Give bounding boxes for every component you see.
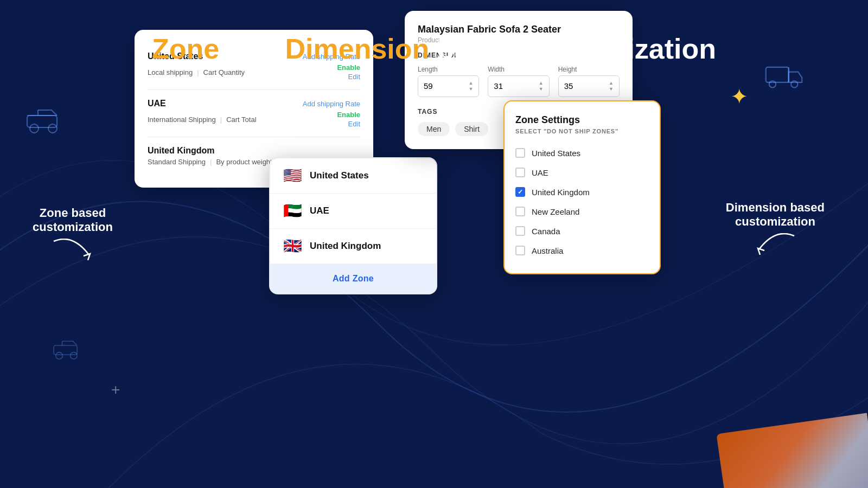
zone-dropdown-card: 🇺🇸 United States 🇦🇪 UAE 🇬🇧 United Kingdo…	[269, 157, 437, 294]
checkbox-box-canada[interactable]	[515, 226, 525, 236]
tag-shirt[interactable]: Shirt	[455, 122, 488, 136]
checkbox-label-nz: New Zeeland	[532, 207, 579, 216]
checkbox-uae[interactable]: UAE	[515, 163, 649, 182]
heading-and: and	[227, 33, 285, 65]
width-field: Width 31 ▲▼	[488, 66, 549, 97]
checkbox-label-us: United States	[532, 149, 580, 158]
zone-condition-uk: By product weight	[216, 158, 272, 166]
checkbox-canada[interactable]: Canada	[515, 221, 649, 241]
zone-method-us: Local shipping	[148, 68, 193, 76]
svg-point-1	[48, 124, 57, 133]
right-arrow-icon	[726, 233, 825, 259]
checkbox-box-nz[interactable]	[515, 207, 525, 216]
length-value: 59	[424, 81, 433, 91]
checkbox-australia[interactable]: Australia	[515, 241, 649, 260]
left-label: Zone based customization	[33, 206, 113, 265]
flag-uae: 🇦🇪	[283, 203, 302, 219]
right-label-line2: customization	[735, 215, 815, 228]
add-rate-uae[interactable]: Add shipping Rate	[303, 100, 360, 108]
length-arrows: ▲▼	[468, 80, 473, 92]
tag-men[interactable]: Men	[418, 122, 450, 136]
heading-zone: Zone	[152, 33, 219, 65]
left-arrow-icon	[33, 239, 113, 265]
edit-uae[interactable]: Edit	[348, 120, 360, 128]
svg-point-0	[30, 124, 39, 133]
zone-condition-uae: Cart Total	[226, 115, 256, 124]
zone-dropdown-uk-label: United Kingdom	[310, 241, 381, 252]
zone-settings-card: Zone Settings SELECT "DO NOT SHIP ZONES"…	[503, 100, 661, 274]
dimension-fields: Length 59 ▲▼ Width 31 ▲▼ Height 35 ▲▼	[418, 66, 620, 97]
zone-name-uae: UAE	[148, 99, 166, 108]
zone-settings-subtitle: SELECT "DO NOT SHIP ZONES"	[515, 128, 649, 134]
flag-uk: 🇬🇧	[283, 239, 302, 254]
zone-method-uk: Standard Shipping	[148, 158, 206, 166]
checkbox-label-uk: United Kingdom	[532, 188, 590, 197]
heading-rest: based customization	[437, 33, 716, 65]
checkbox-box-australia[interactable]	[515, 246, 525, 255]
length-label: Length	[418, 66, 479, 73]
width-label: Width	[488, 66, 549, 73]
width-value: 31	[494, 81, 503, 91]
length-field: Length 59 ▲▼	[418, 66, 479, 97]
ship-icon-left2	[52, 337, 81, 366]
checkbox-label-australia: Australia	[532, 246, 563, 255]
checkbox-box-us[interactable]	[515, 148, 525, 158]
checkbox-nz[interactable]: New Zeeland	[515, 202, 649, 221]
svg-rect-9	[766, 67, 789, 82]
right-label: Dimension based customization	[726, 201, 825, 259]
heading-dimension: Dimension	[285, 33, 429, 65]
star-icon: ✦	[730, 84, 749, 109]
zone-dropdown-uae-label: UAE	[310, 206, 329, 216]
length-input[interactable]: 59 ▲▼	[418, 75, 479, 97]
page-heading: Zone and Dimension based customization	[0, 0, 868, 65]
width-arrows: ▲▼	[539, 80, 544, 92]
checkbox-label-uae: UAE	[532, 168, 548, 177]
height-arrows: ▲▼	[609, 80, 614, 92]
add-zone-button[interactable]: Add Zone	[270, 264, 436, 293]
zone-settings-title: Zone Settings	[515, 114, 649, 126]
checkbox-box-uae[interactable]	[515, 168, 525, 177]
plus-icon: +	[111, 381, 120, 399]
checkbox-box-uk[interactable]	[515, 187, 525, 197]
zone-dropdown-uae[interactable]: 🇦🇪 UAE	[270, 194, 436, 229]
width-input[interactable]: 31 ▲▼	[488, 75, 549, 97]
svg-point-6	[71, 352, 78, 359]
checkbox-us[interactable]: United States	[515, 143, 649, 163]
decorative-stripe	[716, 413, 868, 488]
right-label-line1: Dimension based	[726, 201, 825, 214]
zone-dropdown-uk[interactable]: 🇬🇧 United Kingdom	[270, 229, 436, 264]
checkbox-uk[interactable]: United Kingdom	[515, 182, 649, 202]
height-field: Height 35 ▲▼	[558, 66, 620, 97]
edit-us[interactable]: Edit	[348, 73, 360, 81]
left-label-line2: customization	[33, 220, 113, 234]
zone-dropdown-us-label: United States	[310, 170, 369, 181]
flag-us: 🇺🇸	[283, 168, 302, 183]
zone-condition-us: Cart Quantity	[203, 68, 245, 76]
truck-icon	[765, 62, 803, 96]
zone-row-uae: UAE Add shipping Rate International Ship…	[148, 90, 360, 137]
ship-icon-left	[24, 106, 62, 140]
height-value: 35	[564, 81, 573, 91]
checkbox-label-canada: Canada	[532, 227, 560, 236]
enable-uae[interactable]: Enable	[337, 111, 360, 119]
zone-name-uk: United Kingdom	[148, 146, 215, 156]
left-label-line1: Zone based	[40, 206, 106, 220]
svg-point-5	[56, 352, 63, 359]
height-label: Height	[558, 66, 620, 73]
zone-dropdown-us[interactable]: 🇺🇸 United States	[270, 158, 436, 194]
zone-method-uae: International Shipping	[148, 115, 216, 124]
height-input[interactable]: 35 ▲▼	[558, 75, 620, 97]
